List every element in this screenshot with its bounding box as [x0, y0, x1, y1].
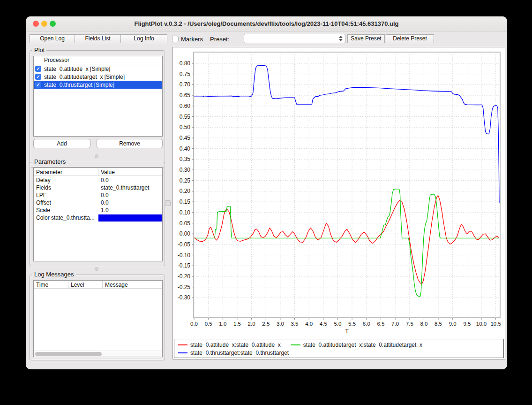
processor-column-header: Processor: [34, 56, 162, 64]
column-divider[interactable]: [98, 168, 98, 176]
svg-text:5.0: 5.0: [334, 321, 342, 327]
svg-text:9.0: 9.0: [449, 321, 457, 327]
svg-text:0.10: 0.10: [180, 209, 191, 216]
chart-legend: state_0.attitude_x:state_0.attitude_x st…: [174, 339, 504, 358]
stepper-icon[interactable]: [337, 35, 344, 42]
param-value: 0.0: [101, 177, 109, 183]
plot-item-attitudetarget-x[interactable]: ✓ state_0.attitudetarget_x [Simple]: [34, 73, 162, 81]
add-button[interactable]: Add: [33, 139, 90, 148]
svg-text:0.25: 0.25: [180, 177, 191, 184]
preset-combobox[interactable]: [244, 34, 345, 43]
legend-label: state_0.thrusttarget:state_0.thrusttarge…: [190, 350, 289, 356]
legend-item: state_0.thrusttarget:state_0.thrusttarge…: [178, 350, 289, 356]
svg-text:0.35: 0.35: [180, 156, 191, 162]
vertical-splitter-handle[interactable]: [165, 200, 171, 206]
svg-text:-0.15: -0.15: [178, 262, 191, 269]
param-name: Delay: [36, 177, 51, 183]
column-divider[interactable]: [102, 281, 103, 288]
svg-text:0.30: 0.30: [180, 167, 191, 173]
window-title: FlightPlot v.0.3.2 - /Users/oleg/Documen…: [26, 20, 507, 27]
svg-text:0.20: 0.20: [180, 188, 191, 194]
plot-item-label: state_0.attitudetarget_x [Simple]: [44, 74, 125, 80]
svg-text:1.0: 1.0: [219, 321, 226, 327]
preset-label: Preset:: [210, 36, 229, 43]
open-log-button[interactable]: Open Log: [30, 34, 75, 43]
scrollbar-thumb[interactable]: [35, 352, 102, 356]
svg-text:4.5: 4.5: [320, 321, 327, 327]
param-name: Color state_0.thrustta...: [36, 214, 95, 221]
plot-item-label: state_0.attitude_x [Simple]: [44, 66, 110, 72]
app-window: FlightPlot v.0.3.2 - /Users/oleg/Documen…: [26, 16, 507, 369]
log-messages-group: Log Messages Time Level Message: [30, 275, 165, 360]
svg-text:0.15: 0.15: [180, 199, 191, 205]
svg-text:0.70: 0.70: [180, 81, 191, 88]
checkbox-checked-icon[interactable]: ✓: [35, 74, 41, 80]
blue-line-icon: [178, 352, 187, 353]
svg-text:0.75: 0.75: [180, 71, 191, 77]
svg-text:8.0: 8.0: [420, 321, 427, 327]
flight-chart[interactable]: 0.00.51.01.52.02.53.03.54.04.55.05.56.06…: [173, 47, 505, 338]
splitter-handle[interactable]: [95, 267, 98, 271]
svg-text:0.00: 0.00: [180, 230, 191, 237]
horizontal-scrollbar[interactable]: [34, 351, 162, 357]
param-value: 0.0: [101, 199, 109, 206]
param-name: Fields: [36, 184, 51, 191]
svg-text:1.5: 1.5: [233, 321, 241, 327]
svg-text:-0.05: -0.05: [178, 241, 191, 248]
checkbox-checked-icon[interactable]: ✓: [35, 82, 41, 88]
markers-checkbox[interactable]: [172, 36, 179, 42]
svg-text:7.0: 7.0: [391, 321, 399, 327]
legend-item: state_0.attitudetarget_x:state_0.attitud…: [291, 342, 422, 348]
level-column-header: Level: [71, 282, 84, 288]
remove-button[interactable]: Remove: [97, 139, 163, 148]
legend-label: state_0.attitudetarget_x:state_0.attitud…: [303, 342, 422, 348]
plot-item-attitude-x[interactable]: ✓ state_0.attitude_x [Simple]: [34, 65, 162, 73]
plot-item-label: state_0.thrusttarget [Simple]: [44, 82, 114, 88]
svg-text:10.0: 10.0: [476, 321, 487, 327]
param-row-lpf[interactable]: LPF 0.0: [34, 191, 162, 199]
svg-text:0.05: 0.05: [180, 220, 191, 227]
red-line-icon: [178, 344, 187, 345]
log-info-button[interactable]: Log Info: [120, 34, 167, 43]
color-swatch[interactable]: [98, 214, 162, 222]
param-row-offset[interactable]: Offset 0.0: [34, 199, 162, 206]
plot-item-thrusttarget[interactable]: ✓ state_0.thrusttarget [Simple]: [34, 81, 162, 89]
param-value: 0.0: [101, 192, 109, 199]
svg-text:9.5: 9.5: [463, 321, 471, 327]
column-divider[interactable]: [68, 281, 68, 288]
param-row-fields[interactable]: Fields state_0.thrusttarget: [34, 184, 162, 191]
svg-text:-0.10: -0.10: [178, 252, 191, 259]
preset-value: [244, 36, 247, 42]
svg-text:0.0: 0.0: [190, 321, 198, 327]
svg-text:0.45: 0.45: [180, 135, 191, 141]
svg-text:-0.30: -0.30: [178, 294, 191, 301]
parameters-table: Parameter Value Delay 0.0 Fields state_0…: [33, 168, 163, 261]
svg-text:0.60: 0.60: [180, 103, 191, 109]
delete-preset-button[interactable]: Delete Preset: [386, 34, 434, 43]
processor-table: Processor ✓ state_0.attitude_x [Simple] …: [33, 56, 163, 137]
svg-text:3.0: 3.0: [277, 321, 284, 327]
svg-text:4.0: 4.0: [305, 321, 313, 327]
fields-list-button[interactable]: Fields List: [75, 34, 121, 43]
param-value: 1.0: [101, 207, 109, 214]
parameters-group-title: Parameters: [32, 158, 67, 165]
svg-text:10.5: 10.5: [490, 321, 501, 327]
svg-text:0.65: 0.65: [180, 92, 191, 99]
svg-text:7.5: 7.5: [406, 321, 413, 327]
save-preset-button[interactable]: Save Preset: [347, 34, 385, 43]
param-name: Scale: [36, 207, 50, 214]
svg-text:-0.20: -0.20: [178, 273, 191, 280]
parameters-group: Parameters Parameter Value Delay 0.0 Fie…: [30, 162, 165, 266]
splitter-handle[interactable]: [95, 154, 98, 158]
chevron-up-icon: [339, 36, 343, 38]
svg-text:0.80: 0.80: [180, 60, 191, 67]
chevron-down-icon: [339, 39, 343, 41]
svg-text:6.0: 6.0: [363, 321, 370, 327]
svg-text:2.5: 2.5: [262, 321, 270, 327]
param-row-delay[interactable]: Delay 0.0: [34, 176, 162, 184]
param-row-color[interactable]: Color state_0.thrustta...: [34, 214, 162, 222]
svg-text:T: T: [345, 328, 349, 335]
title-bar[interactable]: FlightPlot v.0.3.2 - /Users/oleg/Documen…: [26, 16, 507, 31]
checkbox-checked-icon[interactable]: ✓: [35, 66, 41, 72]
param-row-scale[interactable]: Scale 1.0: [34, 206, 162, 214]
